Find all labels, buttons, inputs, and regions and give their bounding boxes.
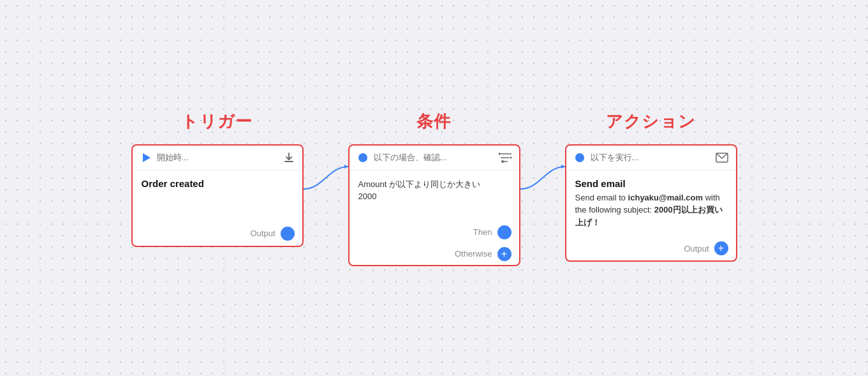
trigger-card-footer: Output	[133, 222, 302, 246]
svg-point-8	[510, 156, 511, 159]
trigger-card: 開始時... Order created Output	[131, 144, 304, 247]
then-dot[interactable]	[497, 225, 511, 239]
then-row: Then	[349, 222, 519, 243]
trigger-output-dot[interactable]	[281, 227, 295, 241]
svg-marker-10	[561, 165, 565, 169]
condition-line2: 2000	[358, 192, 377, 201]
connector-1	[304, 154, 348, 205]
action-title: アクション	[606, 110, 696, 133]
action-card-footer: Output +	[566, 236, 736, 260]
condition-title: 条件	[416, 110, 452, 133]
trigger-column: トリガー 開始時... Order created	[131, 110, 304, 247]
workflow-container: トリガー 開始時... Order created	[131, 110, 737, 266]
svg-rect-1	[284, 161, 293, 162]
condition-dot-icon	[357, 152, 369, 163]
condition-text: Amount が以下より同じか大きい 2000	[358, 178, 510, 203]
condition-card-body: Amount が以下より同じか大きい 2000	[349, 170, 519, 222]
action-sub-prefix: Send email to	[575, 193, 628, 202]
action-email: ichyaku@mail.com	[628, 193, 703, 202]
condition-line1: Amount が以下より同じか大きい	[358, 179, 480, 189]
trigger-main-text: Order created	[142, 178, 293, 189]
action-card: 以下を実行... Send email Send email to ichyak…	[565, 144, 737, 262]
action-sub-text: Send email to ichyaku@mail.com with the …	[575, 192, 727, 229]
svg-marker-2	[344, 165, 348, 169]
condition-header-left: 以下の場合、確認...	[357, 152, 447, 163]
svg-point-9	[501, 160, 504, 163]
trigger-header-left: 開始時...	[140, 152, 189, 163]
otherwise-label: Otherwise	[455, 249, 492, 259]
action-output-plus[interactable]: +	[714, 241, 728, 255]
otherwise-row: Otherwise +	[349, 243, 519, 265]
condition-card: 以下の場合、確認... Amount が以下より同じか大きい 2000	[348, 144, 520, 266]
action-header-label: 以下を実行...	[591, 152, 639, 163]
email-icon[interactable]	[716, 153, 728, 163]
svg-marker-0	[143, 153, 151, 162]
svg-point-3	[358, 153, 367, 162]
connector-2	[520, 154, 565, 205]
trigger-title: トリガー	[181, 110, 253, 133]
condition-column: 条件 以下の場合、確認...	[348, 110, 520, 266]
then-label: Then	[473, 227, 492, 237]
action-main-text: Send email	[575, 178, 727, 189]
condition-card-header: 以下の場合、確認...	[349, 146, 519, 170]
trigger-header-label: 開始時...	[157, 152, 189, 163]
connector-2-svg	[520, 154, 565, 205]
otherwise-plus[interactable]: +	[497, 247, 511, 261]
download-icon[interactable]	[283, 152, 295, 163]
action-column: アクション 以下を実行... Send email	[565, 110, 737, 262]
svg-point-11	[575, 153, 584, 162]
action-output-label: Output	[684, 244, 709, 253]
filter-icon[interactable]	[499, 153, 511, 163]
action-card-header: 以下を実行...	[566, 146, 736, 170]
action-card-body: Send email Send email to ichyaku@mail.co…	[566, 170, 736, 237]
trigger-output-label: Output	[250, 229, 275, 238]
trigger-card-body: Order created	[133, 170, 302, 222]
trigger-card-header: 開始時...	[133, 146, 302, 170]
condition-header-label: 以下の場合、確認...	[374, 152, 447, 163]
play-icon	[140, 152, 152, 163]
svg-point-7	[499, 153, 500, 155]
connector-1-svg	[304, 154, 348, 205]
action-header-left: 以下を実行...	[574, 152, 639, 163]
action-dot-icon	[574, 152, 585, 163]
